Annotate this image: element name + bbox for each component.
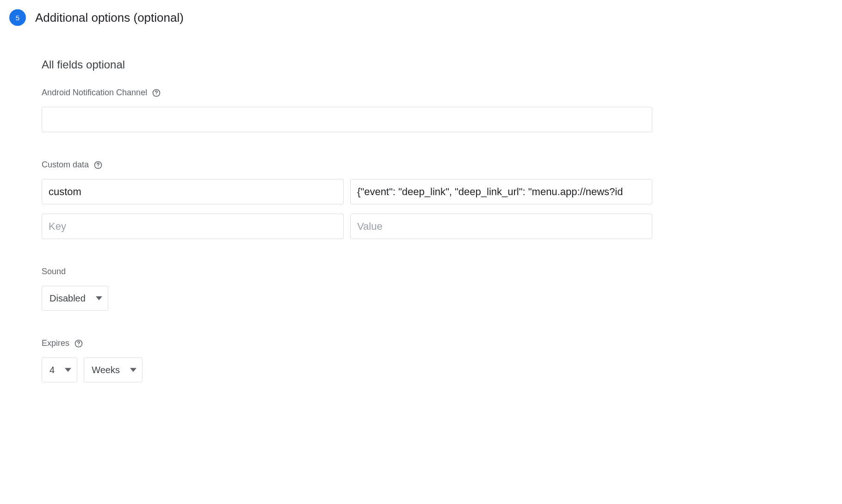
android-channel-label-row: Android Notification Channel (42, 88, 652, 98)
expires-label: Expires (42, 338, 69, 348)
custom-data-row (42, 214, 652, 239)
section-header: 5 Additional options (optional) (9, 9, 828, 26)
step-number-badge: 5 (9, 9, 26, 26)
expires-unit-value: Weeks (92, 365, 120, 375)
step-number: 5 (16, 14, 19, 22)
sound-selected-value: Disabled (50, 293, 86, 304)
expires-label-row: Expires (42, 338, 652, 348)
sound-label-row: Sound (42, 267, 652, 277)
custom-data-key-input[interactable] (42, 179, 344, 204)
subtitle: All fields optional (42, 58, 652, 71)
custom-data-group: Custom data (42, 160, 652, 239)
custom-data-value-input[interactable] (350, 214, 652, 239)
chevron-down-icon (96, 295, 102, 301)
custom-data-label-row: Custom data (42, 160, 652, 170)
sound-label: Sound (42, 267, 66, 277)
svg-point-1 (156, 94, 157, 95)
svg-point-3 (98, 166, 99, 167)
chevron-down-icon (65, 367, 71, 373)
android-channel-group: Android Notification Channel (42, 88, 652, 132)
expires-amount-value: 4 (50, 365, 55, 375)
custom-data-row (42, 179, 652, 204)
section-title: Additional options (optional) (35, 11, 184, 25)
sound-select[interactable]: Disabled (42, 286, 108, 311)
svg-point-5 (78, 345, 79, 346)
help-icon[interactable] (74, 339, 83, 348)
custom-data-key-input[interactable] (42, 214, 344, 239)
expires-group: Expires 4 Weeks (42, 338, 652, 382)
custom-data-label: Custom data (42, 160, 89, 170)
help-icon[interactable] (152, 88, 161, 98)
sound-group: Sound Disabled (42, 267, 652, 311)
help-icon[interactable] (93, 160, 103, 170)
expires-amount-select[interactable]: 4 (42, 357, 77, 382)
expires-unit-select[interactable]: Weeks (84, 357, 142, 382)
custom-data-value-input[interactable] (350, 179, 652, 204)
chevron-down-icon (130, 367, 136, 373)
android-channel-input[interactable] (42, 107, 652, 132)
android-channel-label: Android Notification Channel (42, 88, 147, 98)
